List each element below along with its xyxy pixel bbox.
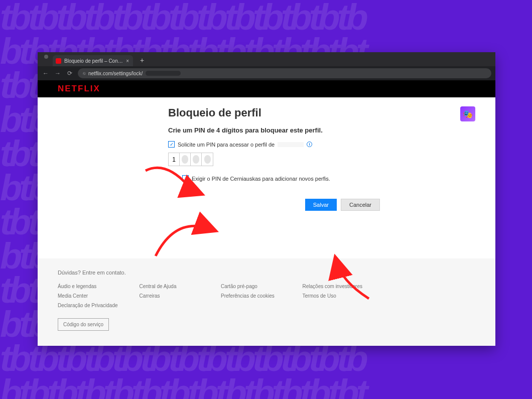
page-content: 🎭 Bloqueio de perfil Crie um PIN de 4 dí…	[38, 97, 495, 346]
footer-link-giftcard[interactable]: Cartão pré-pago	[221, 284, 298, 289]
url-text: netflix.com/settings/lock/	[88, 71, 143, 76]
netflix-favicon	[56, 58, 61, 64]
reload-icon[interactable]: ⟳	[66, 70, 74, 77]
cancel-button[interactable]: Cancelar	[341, 199, 380, 211]
url-field[interactable]: ⎋ netflix.com/settings/lock/	[78, 68, 491, 78]
footer-link-media[interactable]: Media Center	[58, 293, 135, 299]
netflix-logo[interactable]: NETFLIX	[58, 84, 100, 94]
pin-digit-4[interactable]	[202, 153, 213, 166]
require-pin-new-profiles-checkbox[interactable]: ✓	[182, 175, 189, 182]
pin-digit-3[interactable]	[191, 153, 202, 166]
require-pin-new-profiles-label: Exigir o PIN de Cerniauskas para adicion…	[192, 176, 330, 182]
redacted-url-segment	[146, 71, 181, 76]
footer-link-privacy[interactable]: Declaração de Privacidade	[58, 303, 135, 308]
forward-icon[interactable]: →	[54, 70, 62, 77]
page-title: Bloqueio de perfil	[168, 106, 475, 119]
pin-digit-1[interactable]: 1	[169, 153, 180, 166]
redacted-profile-name	[278, 142, 304, 147]
footer-contact[interactable]: Dúvidas? Entre em contato.	[58, 270, 475, 276]
main-panel: 🎭 Bloqueio de perfil Crie um PIN de 4 dí…	[38, 97, 495, 258]
save-button[interactable]: Salvar	[305, 199, 337, 211]
close-tab-icon[interactable]: ×	[126, 58, 129, 64]
footer-link-terms[interactable]: Termos de Uso	[303, 293, 379, 299]
netflix-header: NETFLIX	[38, 80, 495, 97]
service-code-button[interactable]: Código do serviço	[58, 318, 109, 331]
footer-link-investors[interactable]: Relações com investidores	[303, 284, 379, 289]
footer: Dúvidas? Entre em contato. Áudio e legen…	[38, 258, 495, 346]
site-info-icon[interactable]: ⎋	[83, 71, 85, 76]
require-pin-checkbox[interactable]: ✓	[168, 141, 175, 148]
footer-link-help[interactable]: Central de Ajuda	[140, 284, 216, 289]
tab-strip: Bloqueio de perfil – Conta – Ne × +	[38, 52, 495, 66]
profile-avatar[interactable]: 🎭	[460, 106, 475, 121]
page-subtitle: Crie um PIN de 4 dígitos para bloquear e…	[168, 126, 475, 134]
back-icon[interactable]: ←	[42, 70, 50, 77]
footer-link-careers[interactable]: Carreiras	[140, 293, 216, 299]
require-pin-new-profiles-row: ✓ Exigir o PIN de Cerniauskas para adici…	[182, 175, 475, 182]
require-pin-row: ✓ Solicite um PIN para acessar o perfil …	[168, 141, 475, 148]
pin-digit-2[interactable]	[180, 153, 191, 166]
tab-title: Bloqueio de perfil – Conta – Ne	[64, 58, 123, 64]
info-icon[interactable]: i	[307, 142, 312, 147]
new-tab-button[interactable]: +	[136, 56, 148, 66]
footer-link-cookies[interactable]: Preferências de cookies	[221, 293, 298, 299]
require-pin-label: Solicite um PIN para acessar o perfil de	[178, 142, 275, 148]
address-bar: ← → ⟳ ⎋ netflix.com/settings/lock/	[38, 66, 495, 80]
button-row: Salvar Cancelar	[168, 199, 475, 211]
window-control-dot[interactable]	[44, 55, 48, 59]
browser-window: Bloqueio de perfil – Conta – Ne × + ← → …	[38, 52, 495, 346]
footer-link-audio[interactable]: Áudio e legendas	[58, 284, 135, 289]
pin-input[interactable]: 1	[168, 153, 213, 166]
browser-tab[interactable]: Bloqueio de perfil – Conta – Ne ×	[53, 55, 133, 66]
